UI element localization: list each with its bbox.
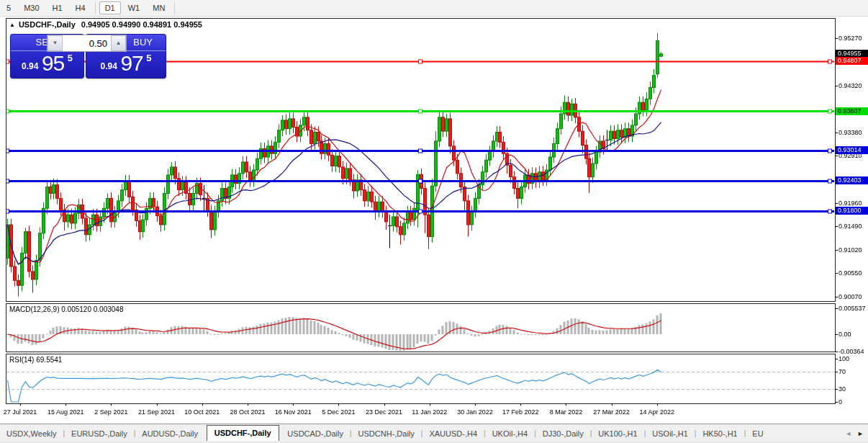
buy-price-pip: 5 — [146, 53, 151, 63]
price-axis-tick: 0.90070 — [838, 293, 862, 300]
price-label-blue-line-price-1: 0.93014 — [836, 146, 868, 154]
buy-price-base: 0.94 — [101, 61, 117, 71]
sell-price[interactable]: 0.94 95 5 — [11, 51, 83, 77]
buy-price[interactable]: 0.94 97 5 — [86, 51, 166, 77]
date-label: 14 Apr 2022 — [634, 408, 680, 416]
collapse-icon[interactable]: ▲ — [9, 22, 15, 28]
chart-tab-usdcad-daily[interactable]: USDCAD-,Daily — [281, 427, 350, 440]
date-label: 30 Jan 2022 — [452, 408, 498, 416]
date-label: 8 Mar 2022 — [543, 408, 589, 416]
date-label: 23 Dec 2021 — [361, 408, 407, 416]
sell-price-big: 95 — [42, 51, 64, 75]
date-label: 27 Mar 2022 — [589, 408, 635, 416]
date-label: 28 Oct 2021 — [225, 408, 271, 416]
price-axis-tick: 0.93380 — [838, 129, 862, 136]
rsi-axis-tick: 30 — [838, 385, 846, 393]
chart-title: ▲USDCHF-,Daily0.94905 0.94990 0.94891 0.… — [9, 20, 202, 29]
price-axis-tick: 0.90550 — [838, 269, 862, 277]
chart-symbol-period: USDCHF-,Daily — [19, 20, 76, 29]
date-label: 21 Sep 2021 — [134, 408, 180, 416]
rsi-axis-tick: 0 — [838, 398, 842, 406]
sell-price-base: 0.94 — [22, 61, 38, 71]
chart-tab-usdx-weekly[interactable]: USDX,Weekly — [0, 427, 63, 440]
toolbar-separator — [95, 2, 96, 14]
timeframe-button-mn[interactable]: MN — [147, 1, 171, 14]
price-label-green-line-price: 0.93807 — [836, 107, 868, 115]
price-axis-tick: 0.95270 — [838, 35, 862, 42]
chart-tab-xauusd-h4[interactable]: XAUUSD-,H4 — [422, 427, 484, 440]
timeframe-toolbar: 5M30H1H4D1W1MN — [0, 0, 868, 17]
toolbar-separator — [174, 2, 175, 14]
chart-tab-hk50-h1[interactable]: HK50-,H1 — [696, 427, 743, 440]
timeframe-button-d1[interactable]: D1 — [99, 1, 121, 14]
chart-tab-usoil-h1[interactable]: USOil-,H1 — [646, 427, 695, 440]
date-label: 11 Jan 2022 — [407, 408, 453, 416]
macd-axis-tick: 0.00 — [838, 331, 851, 338]
chart-tab-usdcnh-daily[interactable]: USDCNH-,Daily — [352, 427, 421, 440]
rsi-value: 69.5541 — [36, 356, 62, 364]
sell-price-pip: 5 — [68, 53, 73, 63]
rsi-name: RSI(14) — [9, 356, 34, 364]
macd-axis-tick: 0.005537 — [838, 305, 866, 312]
date-label: 16 Nov 2021 — [270, 408, 316, 416]
tab-scroll-right-icon[interactable]: ► — [857, 430, 864, 437]
price-axis-tick: 0.94320 — [838, 82, 862, 89]
price-axis-tick: 0.91490 — [838, 223, 862, 230]
rsi-axis-tick: 70 — [838, 368, 846, 375]
lot-size-stepper: ▼ ▲ — [47, 35, 127, 52]
chart-tab-eu[interactable]: EU — [746, 427, 772, 440]
price-axis-tick: 0.91960 — [838, 200, 862, 207]
date-label: 27 Jul 2021 — [0, 408, 43, 416]
macd-axis-tick: -0.00364 — [838, 348, 864, 355]
macd-values: 0.005120 0.003048 — [61, 305, 123, 313]
tab-scroll-left-icon[interactable]: ◄ — [845, 430, 851, 437]
timeframe-button-h4[interactable]: H4 — [70, 1, 91, 14]
lot-decrease-button[interactable]: ▼ — [48, 35, 63, 51]
chart-ohlc-values: 0.94905 0.94990 0.94891 0.94955 — [81, 20, 202, 29]
timeframe-button-m30[interactable]: M30 — [18, 1, 45, 14]
date-label: 17 Feb 2022 — [497, 408, 543, 416]
price-label-blue-line-price-3: 0.91800 — [836, 207, 868, 215]
chart-tab-usdchf-daily[interactable]: USDCHF-,Daily — [207, 425, 279, 441]
timeframe-button-h1[interactable]: H1 — [47, 1, 68, 14]
timeframe-button-w1[interactable]: W1 — [122, 1, 146, 14]
buy-price-big: 97 — [120, 51, 143, 75]
lot-increase-button[interactable]: ▲ — [111, 35, 126, 51]
chart-tab-uk100-h1[interactable]: UK100-,H1 — [592, 427, 643, 440]
date-label: 10 Oct 2021 — [179, 408, 225, 416]
price-label-red-line-price: 0.94807 — [836, 57, 868, 65]
trading-platform-window: 5M30H1H4D1W1MN ▲USDCHF-,Daily0.94905 0.9… — [0, 0, 868, 443]
chart-tab-eurusd-daily[interactable]: EURUSD-,Daily — [65, 427, 134, 440]
rsi-axis-tick: 100 — [838, 355, 849, 362]
chart-tab-audusd-daily[interactable]: AUDUSD-,Daily — [135, 427, 204, 440]
date-label: 5 Dec 2021 — [315, 408, 361, 416]
chart-tab-ukoil-h4[interactable]: UKOil-,H4 — [486, 427, 535, 440]
timeframe-button-5[interactable]: 5 — [1, 1, 17, 14]
macd-name: MACD(12,26,9) — [9, 305, 59, 313]
chart-tab-dj30-daily[interactable]: DJ30-,Daily — [536, 427, 590, 440]
date-label: 2 Sep 2021 — [88, 408, 134, 416]
price-label-blue-line-price-2: 0.92403 — [836, 176, 868, 184]
price-axis-tick: 0.91020 — [838, 246, 862, 254]
macd-label: MACD(12,26,9) 0.005120 0.003048 — [9, 305, 123, 313]
date-label: 15 Aug 2021 — [42, 408, 89, 416]
lot-size-input[interactable] — [63, 35, 111, 51]
rsi-label: RSI(14) 69.5541 — [9, 356, 62, 364]
chart-tab-bar: USDX,Weekly|EURUSD-,Daily|AUDUSD-,Daily … — [0, 424, 868, 442]
